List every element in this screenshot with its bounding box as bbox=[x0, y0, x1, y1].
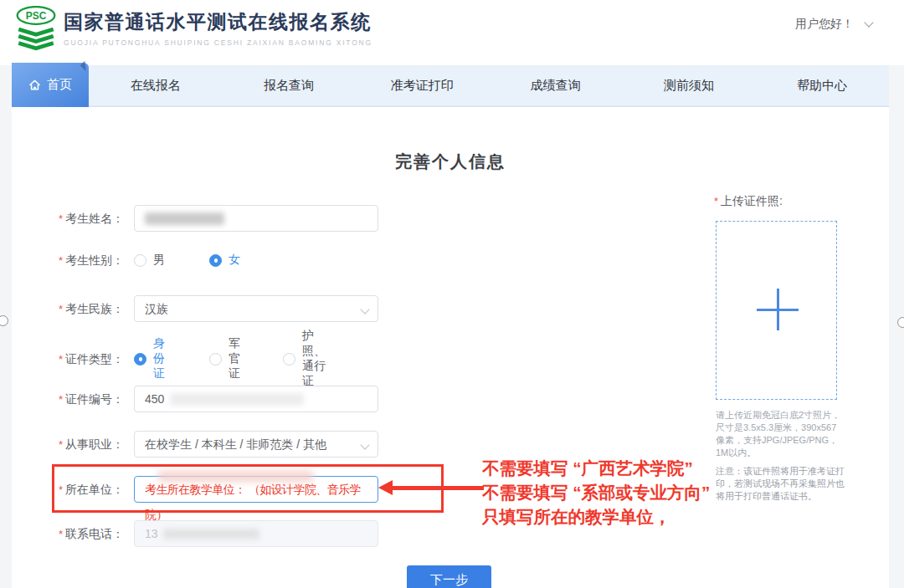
user-menu[interactable]: 用户您好！ bbox=[795, 17, 872, 32]
radio-icon bbox=[209, 353, 222, 366]
tab-label: 成绩查询 bbox=[531, 78, 581, 94]
tab-registration-query[interactable]: 报名查询 bbox=[222, 65, 355, 105]
gender-label: *考生性别： bbox=[12, 247, 124, 274]
name-input[interactable] bbox=[134, 205, 378, 232]
annotation-text: 不需要填写 “广西艺术学院” 不需要填写 “系部或专业方向” 只填写所在的教学单… bbox=[482, 456, 710, 529]
blurred-name bbox=[145, 212, 224, 225]
occupation-label: *从事职业： bbox=[12, 431, 124, 458]
ethnicity-label: *考生民族： bbox=[12, 295, 124, 322]
tab-label: 在线报名 bbox=[131, 78, 181, 94]
tab-online-registration[interactable]: 在线报名 bbox=[89, 65, 222, 105]
psc-logo-text: PSC bbox=[26, 10, 47, 22]
gender-option-male[interactable]: 男 bbox=[134, 247, 165, 274]
organization-input[interactable]: 考生所在教学单位： （如设计学院、音乐学院） bbox=[134, 476, 378, 503]
tab-score-query[interactable]: 成绩查询 bbox=[489, 65, 622, 105]
content-area: 完善个人信息 *考生姓名： *考生性别： 男 女 *考生民族： 汉族 *证件类型… bbox=[12, 107, 889, 588]
psc-logo-icon: PSC bbox=[15, 6, 57, 53]
next-step-button[interactable]: 下一步 bbox=[407, 565, 491, 588]
upload-hint-text: 请上传近期免冠白底2寸照片，尺寸是3.5x5.3厘米，390x567像素，支持J… bbox=[716, 409, 845, 459]
app-header: PSC 国家普通话水平测试在线报名系统 GUOJIA PUTONGHUA SHU… bbox=[0, 0, 904, 65]
user-greeting: 用户您好！ bbox=[795, 17, 854, 32]
radio-checked-icon bbox=[134, 353, 146, 366]
upload-photo-label: *上传证件照: bbox=[714, 194, 783, 209]
app-subtitle: GUOJIA PUTONGHUA SHUIPING CESHI ZAIXIAN … bbox=[64, 38, 372, 47]
gender-option-female[interactable]: 女 bbox=[209, 247, 240, 274]
tab-label: 首页 bbox=[47, 77, 72, 93]
id-type-option-passport[interactable]: 护照、通行证 bbox=[283, 345, 326, 372]
organization-label: *所在单位： bbox=[12, 476, 124, 503]
blurred-phone bbox=[163, 529, 259, 539]
id-type-option-idcard[interactable]: 身份证 bbox=[134, 345, 165, 372]
upload-note-text: 注意：该证件照将用于准考证打印，若测试现场不再采集照片也将用于打印普通话证书。 bbox=[716, 465, 845, 503]
app-title-block: 国家普通话水平测试在线报名系统 GUOJIA PUTONGHUA SHUIPIN… bbox=[64, 9, 372, 47]
chevron-down-icon bbox=[360, 304, 369, 314]
tab-label: 测前须知 bbox=[664, 78, 714, 94]
phone-input[interactable]: 13 bbox=[134, 520, 378, 547]
blurred-text bbox=[158, 471, 313, 482]
tab-label: 报名查询 bbox=[264, 78, 314, 94]
phone-label: *联系电话： bbox=[12, 520, 124, 547]
blurred-id-number bbox=[170, 393, 304, 406]
tab-admission-ticket-print[interactable]: 准考证打印 bbox=[356, 65, 489, 105]
edge-handle bbox=[897, 317, 904, 328]
name-label: *考生姓名： bbox=[12, 205, 124, 232]
chevron-down-icon bbox=[360, 440, 369, 449]
occupation-select[interactable]: 在校学生 / 本科生 / 非师范类 / 其他 bbox=[134, 431, 378, 458]
chevron-down-icon bbox=[864, 18, 873, 27]
annotation-arrow-icon bbox=[378, 480, 393, 495]
edge-handle bbox=[0, 315, 8, 326]
annotation-arrow-line bbox=[392, 486, 484, 490]
tab-home[interactable]: 首页 bbox=[12, 63, 89, 107]
tab-help-center[interactable]: 帮助中心 bbox=[756, 65, 889, 105]
page-title: 完善个人信息 bbox=[12, 151, 889, 173]
upload-photo-dropzone[interactable] bbox=[716, 221, 837, 400]
app-title: 国家普通话水平测试在线报名系统 bbox=[64, 9, 372, 35]
psc-logo: PSC bbox=[15, 6, 57, 53]
main-nav: 首页 在线报名 报名查询 准考证打印 成绩查询 测前须知 帮助中心 bbox=[12, 65, 889, 107]
id-number-input[interactable]: 450 bbox=[134, 386, 378, 412]
id-type-label: *证件类型： bbox=[12, 345, 124, 372]
tab-label: 帮助中心 bbox=[797, 78, 847, 94]
tab-label: 准考证打印 bbox=[391, 78, 454, 94]
id-number-label: *证件编号： bbox=[12, 386, 124, 412]
home-icon bbox=[28, 79, 41, 91]
id-type-option-military[interactable]: 军官证 bbox=[209, 345, 240, 372]
radio-icon bbox=[283, 353, 295, 366]
radio-icon bbox=[134, 254, 146, 267]
ethnicity-select[interactable]: 汉族 bbox=[134, 295, 378, 322]
tab-pretest-notice[interactable]: 测前须知 bbox=[622, 65, 755, 105]
radio-checked-icon bbox=[209, 254, 222, 267]
plus-icon bbox=[777, 289, 779, 330]
